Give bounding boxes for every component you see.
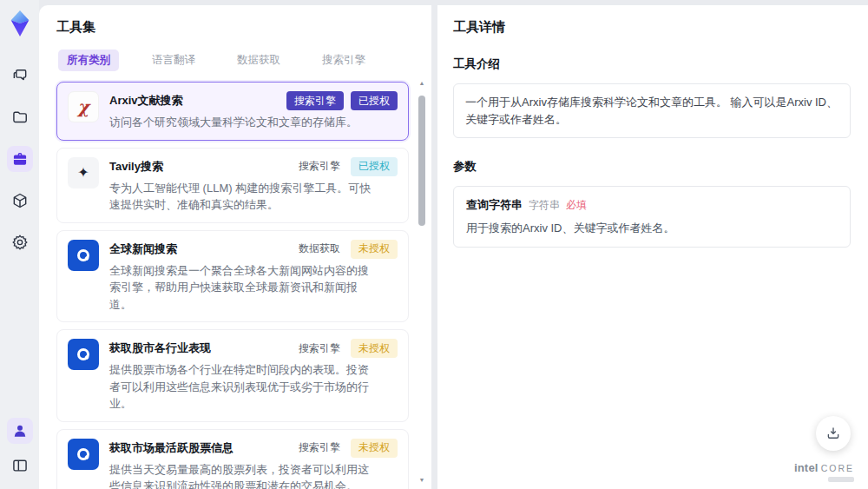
sidebar-item-packages[interactable] bbox=[7, 188, 33, 214]
scrollbar-track[interactable] bbox=[418, 87, 425, 477]
tool-description: 提供股票市场各个行业在特定时间段内的表现。投资者可以利用这些信息来识别表现优于或… bbox=[109, 361, 377, 413]
category-badge: 搜索引擎 bbox=[295, 339, 344, 358]
tab-所有类别[interactable]: 所有类别 bbox=[58, 50, 119, 71]
scroll-up-icon[interactable]: ▲ bbox=[419, 80, 425, 87]
tool-detail-panel: 工具详情 工具介绍 一个用于从Arxiv存储库搜索科学论文和文章的工具。 输入可… bbox=[437, 5, 868, 489]
tool-name: Tavily搜索 bbox=[109, 157, 288, 175]
folder-icon bbox=[11, 109, 29, 126]
category-badge: 数据获取 bbox=[295, 240, 344, 259]
sidebar-bottom bbox=[7, 418, 33, 479]
auth-status-badge: 已授权 bbox=[351, 91, 398, 110]
panel-toggle-icon bbox=[11, 457, 29, 474]
tool-description: 专为人工智能代理 (LLM) 构建的搜索引擎工具。可快速提供实时、准确和真实的结… bbox=[109, 180, 377, 214]
scrollbar: ▲ ▼ bbox=[418, 80, 426, 484]
category-badge: 搜索引擎 bbox=[295, 157, 344, 176]
left-sidebar bbox=[0, 0, 39, 489]
tool-list: χ Arxiv文献搜索 搜索引擎 已授权 访问各个研究领域大量科学论文和文章的存… bbox=[56, 82, 409, 489]
tavily-icon: ✦ bbox=[68, 157, 99, 188]
params-heading: 参数 bbox=[453, 159, 851, 175]
category-badge: 搜索引擎 bbox=[286, 91, 344, 110]
app-logo-icon bbox=[7, 9, 33, 38]
page-title: 工具集 bbox=[56, 19, 409, 36]
brand-core-text: CORE bbox=[821, 463, 854, 473]
app-window: 工具集 所有类别语言翻译数据获取搜索引擎 χ Arxiv文献搜索 搜索引擎 已授… bbox=[0, 0, 868, 489]
arxiv-icon: χ bbox=[68, 91, 99, 122]
user-icon bbox=[11, 422, 29, 439]
category-badge: 搜索引擎 bbox=[295, 439, 344, 458]
scroll-down-icon[interactable]: ▼ bbox=[419, 477, 425, 484]
tab-语言翻译[interactable]: 语言翻译 bbox=[143, 50, 204, 71]
param-name: 查询字符串 bbox=[466, 197, 523, 213]
chat-icon bbox=[11, 67, 29, 84]
auth-status-badge: 未授权 bbox=[351, 240, 398, 259]
tool-description: 提供当天交易量最高的股票列表，投资者可以利用这些信息来识别流动性强的股票和潜在的… bbox=[109, 461, 377, 489]
tab-搜索引擎[interactable]: 搜索引擎 bbox=[313, 50, 374, 71]
tool-name: 获取市场最活跃股票信息 bbox=[109, 439, 288, 456]
tool-name: Arxiv文献搜索 bbox=[109, 91, 279, 109]
download-icon bbox=[825, 426, 841, 441]
download-button[interactable] bbox=[816, 416, 851, 451]
tab-数据获取[interactable]: 数据获取 bbox=[228, 50, 289, 71]
tool-card[interactable]: ✦ Tavily搜索 搜索引擎 已授权 专为人工智能代理 (LLM) 构建的搜索… bbox=[56, 148, 409, 223]
tool-card[interactable]: χ Arxiv文献搜索 搜索引擎 已授权 访问各个研究领域大量科学论文和文章的存… bbox=[56, 82, 409, 141]
intel-core-logo: intel CORE bbox=[794, 461, 854, 484]
brand-intel-text: intel bbox=[794, 461, 819, 474]
package-icon bbox=[11, 192, 29, 209]
tool-card[interactable]: 获取股市各行业表现 搜索引擎 未授权 提供股票市场各个行业在特定时间段内的表现。… bbox=[56, 329, 409, 422]
sidebar-item-settings[interactable] bbox=[7, 229, 33, 255]
brand-sub-badge bbox=[828, 477, 854, 482]
tool-name: 获取股市各行业表现 bbox=[109, 339, 288, 356]
sidebar-item-user[interactable] bbox=[7, 418, 33, 444]
newsblue-icon bbox=[68, 240, 99, 271]
scrollbar-thumb[interactable] bbox=[418, 96, 425, 226]
auth-status-badge: 未授权 bbox=[351, 339, 398, 358]
param-description: 用于搜索的Arxiv ID、关键字或作者姓名。 bbox=[466, 221, 838, 236]
detail-title: 工具详情 bbox=[453, 19, 851, 36]
intro-heading: 工具介绍 bbox=[453, 56, 851, 72]
newsblue-icon bbox=[68, 339, 99, 370]
category-tabs: 所有类别语言翻译数据获取搜索引擎 bbox=[58, 50, 409, 71]
tool-card[interactable]: 获取市场最活跃股票信息 搜索引擎 未授权 提供当天交易量最高的股票列表，投资者可… bbox=[56, 429, 409, 489]
auth-status-badge: 已授权 bbox=[351, 157, 398, 176]
tool-name: 全球新闻搜索 bbox=[109, 240, 288, 257]
tool-card[interactable]: 全球新闻搜索 数据获取 未授权 全球新闻搜索是一个聚合全球各大新闻网站内容的搜索… bbox=[56, 230, 409, 323]
intro-text: 一个用于从Arxiv存储库搜索科学论文和文章的工具。 输入可以是Arxiv ID… bbox=[453, 83, 851, 138]
panel-divider bbox=[431, 5, 437, 489]
param-card: 查询字符串 字符串 必填 用于搜索的Arxiv ID、关键字或作者姓名。 bbox=[453, 186, 851, 248]
sidebar-item-chat[interactable] bbox=[7, 63, 33, 89]
main-content: 工具集 所有类别语言翻译数据获取搜索引擎 χ Arxiv文献搜索 搜索引擎 已授… bbox=[39, 5, 868, 489]
auth-status-badge: 未授权 bbox=[351, 439, 398, 458]
tool-description: 全球新闻搜索是一个聚合全球各大新闻网站内容的搜索引擎，帮助用户快速获取全球最新资… bbox=[109, 262, 377, 314]
sidebar-item-files[interactable] bbox=[7, 104, 33, 130]
sidebar-item-panel-toggle[interactable] bbox=[7, 453, 33, 479]
tool-description: 访问各个研究领域大量科学论文和文章的存储库。 bbox=[109, 114, 377, 131]
param-required-badge: 必填 bbox=[566, 198, 587, 213]
settings-icon bbox=[11, 234, 29, 251]
sidebar-item-tools[interactable] bbox=[7, 146, 33, 172]
param-type: 字符串 bbox=[529, 198, 560, 213]
newsblue-icon bbox=[68, 439, 99, 470]
tool-list-panel: 工具集 所有类别语言翻译数据获取搜索引擎 χ Arxiv文献搜索 搜索引擎 已授… bbox=[39, 5, 431, 489]
sidebar-nav bbox=[7, 63, 33, 255]
toolbox-icon bbox=[11, 150, 29, 168]
